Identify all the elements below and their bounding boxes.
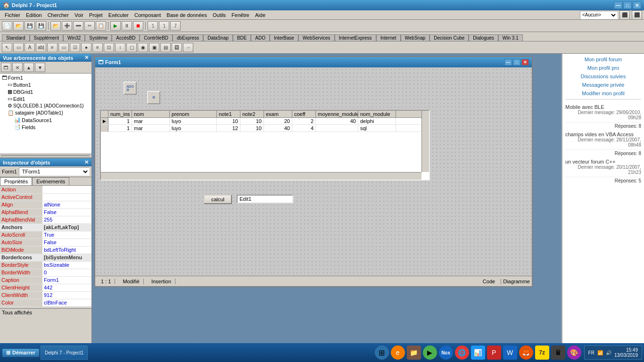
toolbar-stepover[interactable]: ⤵ [159, 21, 169, 31]
tab-decisioncube[interactable]: Decision Cube [429, 34, 469, 41]
toolbar-pause[interactable]: ⏸ [122, 21, 132, 31]
cell-1-nom-module[interactable]: delphi [358, 118, 396, 124]
taskbar-icon-folder[interactable]: 📁 [407, 346, 421, 360]
toolbar-stop[interactable]: ⏹ [133, 21, 143, 31]
tab-win32[interactable]: Win32 [63, 34, 85, 41]
menu-aide[interactable]: Aide [252, 12, 268, 18]
taskbar-icon-paint[interactable]: 🎨 [567, 346, 581, 360]
forum-link-modifier[interactable]: Modifier mon profil [565, 90, 641, 96]
palette-gb[interactable]: ▢ [126, 43, 137, 52]
tab-evenements[interactable]: Evénements [32, 177, 69, 185]
tree-item-datasource1[interactable]: 📊 DataSource1 [1, 116, 91, 123]
palette-radio[interactable]: ● [81, 43, 91, 52]
prop-value[interactable]: True [42, 231, 91, 239]
form1-maximize[interactable]: □ [513, 59, 520, 66]
start-button[interactable]: ⊞ Démarrer [2, 348, 40, 357]
cell-1-nom[interactable]: mar [132, 118, 170, 124]
tab-websnap[interactable]: WebSnap [401, 34, 430, 41]
tab-internetexpress[interactable]: InternetExpress [335, 34, 376, 41]
forum-link-profil[interactable]: Mon profil forum [565, 57, 641, 62]
tree-item-button1[interactable]: ▭ Button1 [1, 81, 91, 88]
tree-btn2[interactable]: ✕ [12, 63, 23, 72]
forum-link-messagerie[interactable]: Messagerie privée [565, 82, 641, 88]
taskbar-icon-word[interactable]: W [503, 346, 517, 360]
taskbar-icon-chrome[interactable]: 🌐 [455, 346, 469, 360]
minimize-button[interactable]: — [614, 1, 622, 9]
cell-2-note2[interactable]: 10 [240, 125, 264, 132]
form1-minimize[interactable]: — [504, 59, 512, 66]
maximize-button[interactable]: □ [623, 1, 632, 9]
prop-value[interactable]: clBtnFace [42, 299, 91, 306]
close-button[interactable]: ✕ [633, 1, 641, 9]
toolbar-btn3[interactable]: ✂ [84, 21, 95, 31]
forum-link-discussions[interactable]: Discussions suivies [565, 74, 641, 79]
menu-fichier[interactable]: Fichier [2, 12, 23, 18]
tree-up-btn[interactable]: ▲ [24, 63, 34, 72]
cell-2-exam[interactable]: 40 [264, 125, 292, 132]
palette-rb[interactable]: ◉ [138, 43, 148, 52]
tree-down-btn[interactable]: ▼ [35, 63, 45, 72]
prop-value[interactable] [42, 186, 91, 193]
palette-cb[interactable]: ☑ [70, 43, 80, 52]
tree-item-dbgrid1[interactable]: ▦ DBGrid1 [1, 88, 91, 95]
palette-memo[interactable]: ≡ [47, 43, 58, 52]
tab-win31[interactable]: Win 3.1 [498, 34, 523, 41]
taskbar-icon-7zip[interactable]: 7z [535, 346, 549, 360]
tab-controlebd[interactable]: ContrôleBD [140, 34, 173, 41]
toolbar-run[interactable]: ▶ [110, 21, 121, 31]
prop-value[interactable] [42, 193, 91, 201]
tab-accesbd[interactable]: AccèsBD [112, 34, 140, 41]
grid-scrollbar-v[interactable] [421, 111, 429, 172]
palette-arrow[interactable]: → [183, 43, 193, 52]
prop-value[interactable]: 442 [42, 284, 91, 291]
toolbar-step[interactable]: ⤵ [148, 21, 158, 31]
tree-close-button[interactable]: ✕ [84, 55, 89, 61]
tab-datasnap[interactable]: DataSnap [203, 34, 232, 41]
inspector-type-dropdown[interactable]: TForm1 [19, 167, 90, 176]
forum-entry-1-title[interactable]: Mobile avec BLE [565, 104, 641, 110]
cell-1-note1[interactable]: 10 [217, 118, 240, 124]
menu-fenetre[interactable]: Fenêtre [229, 12, 252, 18]
prop-value[interactable]: [akLeft,akTop] [42, 223, 91, 231]
tree-scrollbar[interactable] [0, 154, 91, 157]
taskbar-icon-firefox[interactable]: 🦊 [519, 346, 533, 360]
forum-entry-2-title[interactable]: champs vides en VBA Access [565, 132, 641, 137]
toolbar-btn-b[interactable]: ⬛ [632, 10, 642, 20]
prop-value[interactable]: bsSizeable [42, 261, 91, 269]
taskbar-icon-windows[interactable]: ⊞ [375, 346, 389, 360]
cell-1-num-ins[interactable]: 1 [108, 118, 132, 124]
tab-bde[interactable]: BDE [233, 34, 251, 41]
toolbar-add[interactable]: ➕ [62, 21, 72, 31]
tab-code[interactable]: Code [483, 279, 495, 284]
toolbar-new[interactable]: 📄 [2, 21, 12, 31]
palette-label[interactable]: A [25, 43, 35, 52]
tree-item-fields[interactable]: 📑 Fields [1, 123, 91, 131]
tab-systeme[interactable]: Système [85, 34, 112, 41]
taskbar-icon-calc[interactable]: 🖩 [551, 346, 565, 360]
toolbar-open[interactable]: 📂 [13, 21, 24, 31]
palette-cb2[interactable]: ⊡ [104, 43, 114, 52]
toolbar-btn4[interactable]: 📋 [96, 21, 106, 31]
palette-scroll[interactable]: ↕ [115, 43, 125, 52]
forum-link-profil-pro[interactable]: Mon profil pro [565, 65, 641, 71]
inspector-properties-scroll[interactable]: ActionActiveControlAlignalNoneAlphaBlend… [0, 186, 91, 308]
tab-proprietes[interactable]: Propriétés [0, 177, 32, 185]
tab-diagramme[interactable]: Diagramme [501, 279, 530, 284]
toolbar-remove[interactable]: ➖ [73, 21, 83, 31]
tab-standard[interactable]: Standard [2, 34, 30, 41]
menu-voir[interactable]: Voir [72, 12, 86, 18]
palette-al[interactable]: ▤ [160, 43, 171, 52]
toolbar-save[interactable]: 💾 [25, 21, 35, 31]
taskbar-icon-media[interactable]: ▶ [423, 346, 437, 360]
grid-scrollbar-h[interactable] [101, 172, 421, 180]
menu-projet[interactable]: Projet [86, 12, 106, 18]
toolbar-stepout[interactable]: ⤴ [170, 21, 181, 31]
taskbar-icon-blue[interactable]: 📊 [471, 346, 485, 360]
menu-executer[interactable]: Exécuter [106, 12, 132, 18]
menu-basededonnees[interactable]: Base de données [164, 12, 210, 18]
edit1-field[interactable]: Edit1 [237, 195, 293, 203]
prop-value[interactable]: False [42, 239, 91, 246]
form1-close[interactable]: ✕ [521, 59, 529, 66]
prop-value[interactable]: Form1 [42, 276, 91, 284]
cell-2-num-ins[interactable]: 1 [108, 125, 132, 132]
